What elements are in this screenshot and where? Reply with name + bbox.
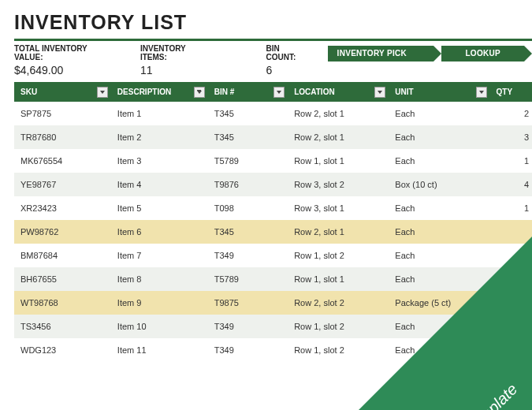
col-bin[interactable]: BIN #	[208, 82, 288, 102]
cell-sku: BM87684	[14, 244, 111, 267]
cell-description: Item 5	[111, 196, 208, 220]
cell-bin: T345	[208, 125, 288, 149]
cell-sku: MK676554	[14, 149, 111, 173]
col-description[interactable]: DESCRIPTION	[111, 82, 208, 102]
col-qty[interactable]: QTY	[490, 82, 532, 102]
cell-description: Item 9	[111, 291, 208, 315]
cell-unit: Each	[389, 125, 489, 149]
filter-icon[interactable]	[194, 87, 205, 98]
cell-description: Item 6	[111, 220, 208, 244]
cell-unit: Box (10 ct)	[389, 173, 489, 196]
metric-total-value: $4,649.00	[14, 64, 115, 76]
col-location-label: LOCATION	[294, 88, 334, 96]
table-row[interactable]: YE98767Item 4T9876Row 3, slot 2Box (10 c…	[14, 173, 532, 196]
col-description-label: DESCRIPTION	[117, 88, 171, 96]
table-header-row: SKU DESCRIPTION BIN # LOCATION UNIT QTY	[14, 82, 532, 102]
cell-qty: 3	[490, 125, 532, 149]
title-rule	[14, 39, 532, 41]
cell-qty: 4	[490, 173, 532, 196]
cell-description: Item 1	[111, 102, 208, 125]
metric-items: INVENTORY ITEMS: 11	[132, 44, 230, 76]
cell-sku: TS3456	[14, 315, 111, 338]
dropdown-icon[interactable]	[97, 87, 108, 98]
cell-sku: WT98768	[14, 291, 111, 315]
cell-bin: T098	[208, 196, 288, 220]
tab-lookup[interactable]: LOOKUP	[441, 46, 524, 62]
cell-sku: TR87680	[14, 125, 111, 149]
cell-qty: 1	[490, 149, 532, 173]
dropdown-icon[interactable]	[476, 87, 487, 98]
cell-sku: WDG123	[14, 338, 111, 362]
cell-description: Item 8	[111, 267, 208, 291]
dropdown-icon[interactable]	[273, 87, 285, 98]
col-sku[interactable]: SKU	[14, 82, 111, 102]
metric-bins-value: 6	[266, 64, 310, 76]
col-bin-label: BIN #	[214, 88, 235, 96]
cell-bin: T5789	[208, 149, 288, 173]
cell-description: Item 10	[111, 315, 208, 338]
cell-description: Item 11	[111, 338, 208, 362]
metric-items-label: INVENTORY ITEMS:	[140, 44, 213, 62]
col-location[interactable]: LOCATION	[288, 82, 389, 102]
cell-location: Row 3, slot 1	[288, 196, 389, 220]
cell-bin: T349	[208, 338, 288, 362]
cell-description: Item 4	[111, 173, 208, 196]
cell-bin: T9876	[208, 173, 288, 196]
cell-sku: XR23423	[14, 196, 111, 220]
col-qty-label: QTY	[497, 88, 513, 96]
cell-sku: SP7875	[14, 102, 111, 125]
cell-unit: Each	[389, 196, 489, 220]
tabs: INVENTORY PICK LIST LOOKUP	[328, 44, 532, 62]
cell-sku: YE98767	[14, 173, 111, 196]
cell-bin: T349	[208, 315, 288, 338]
cell-bin: T349	[208, 244, 288, 267]
metric-items-value: 11	[140, 64, 213, 76]
cell-bin: T9875	[208, 291, 288, 315]
cell-bin: T5789	[208, 267, 288, 291]
table-row[interactable]: TR87680Item 2T345Row 2, slot 1Each3	[14, 125, 532, 149]
tab-picklist[interactable]: INVENTORY PICK LIST	[328, 46, 434, 62]
col-unit[interactable]: UNIT	[389, 82, 489, 102]
cell-location: Row 1, slot 1	[288, 149, 389, 173]
cell-unit: Each	[389, 102, 489, 125]
cell-location: Row 3, slot 2	[288, 173, 389, 196]
cell-qty: 2	[490, 102, 532, 125]
cell-sku: BH67655	[14, 267, 111, 291]
table-row[interactable]: SP7875Item 1T345Row 2, slot 1Each2	[14, 102, 532, 125]
table-row[interactable]: XR23423Item 5T098Row 3, slot 1Each1	[14, 196, 532, 220]
col-sku-label: SKU	[20, 88, 37, 96]
cell-bin: T345	[208, 102, 288, 125]
cell-description: Item 3	[111, 149, 208, 173]
dropdown-icon[interactable]	[374, 87, 385, 98]
metric-bins-label: BIN COUNT:	[266, 44, 310, 62]
col-unit-label: UNIT	[395, 88, 413, 96]
cell-location: Row 2, slot 1	[288, 102, 389, 125]
cell-description: Item 7	[111, 244, 208, 267]
summary-bar: TOTAL INVENTORY VALUE: $4,649.00 INVENTO…	[14, 44, 532, 77]
cell-qty: 1	[490, 196, 532, 220]
metric-total-label: TOTAL INVENTORY VALUE:	[14, 44, 115, 62]
cell-sku: PW98762	[14, 220, 111, 244]
cell-bin: T345	[208, 220, 288, 244]
cell-location: Row 2, slot 1	[288, 125, 389, 149]
page-title: INVENTORY LIST	[14, 11, 532, 34]
table-row[interactable]: MK676554Item 3T5789Row 1, slot 1Each1	[14, 149, 532, 173]
metric-bins: BIN COUNT: 6	[229, 44, 327, 76]
cell-unit: Each	[389, 149, 489, 173]
metric-total: TOTAL INVENTORY VALUE: $4,649.00	[14, 44, 132, 76]
cell-description: Item 2	[111, 125, 208, 149]
